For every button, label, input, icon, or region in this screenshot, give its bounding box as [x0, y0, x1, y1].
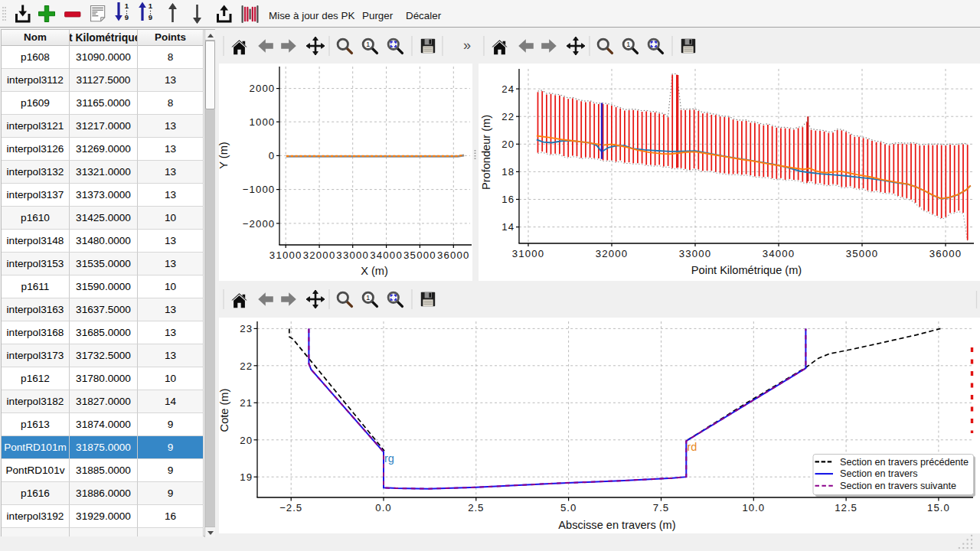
svg-text:Section en travers suivante: Section en travers suivante	[840, 481, 956, 491]
svg-text:23: 23	[240, 323, 253, 334]
svg-text:16: 16	[501, 194, 514, 205]
svg-text:34000: 34000	[763, 248, 795, 259]
svg-text:1: 1	[149, 2, 153, 10]
svg-text:»: »	[463, 37, 471, 53]
svg-text:rd: rd	[688, 441, 697, 453]
svg-text:35000: 35000	[846, 248, 879, 259]
svg-text:Profondeur (m): Profondeur (m)	[480, 115, 492, 190]
svg-text:21: 21	[240, 397, 253, 409]
svg-text:1: 1	[125, 2, 129, 10]
svg-text:22: 22	[240, 360, 253, 372]
svg-text:2000: 2000	[250, 83, 276, 94]
svg-text:9: 9	[125, 13, 129, 21]
svg-text:31000: 31000	[512, 248, 545, 259]
svg-text:36000: 36000	[437, 249, 470, 261]
svg-text:2.5: 2.5	[468, 502, 484, 514]
svg-text:33000: 33000	[679, 248, 712, 259]
svg-text:15.0: 15.0	[927, 502, 950, 514]
svg-text:22: 22	[501, 111, 514, 122]
svg-text:33000: 33000	[336, 249, 369, 261]
svg-text:Section en travers précédente: Section en travers précédente	[840, 457, 969, 468]
svg-text:10.0: 10.0	[742, 502, 765, 514]
svg-text:9: 9	[149, 13, 152, 21]
svg-text:Purger: Purger	[362, 10, 394, 21]
svg-text:Y (m): Y (m)	[217, 142, 230, 168]
svg-text:12.5: 12.5	[835, 502, 858, 514]
svg-text:Cote (m): Cote (m)	[218, 389, 230, 432]
svg-text:Abscisse en travers (m): Abscisse en travers (m)	[558, 519, 675, 531]
svg-text:Mise à jour des PK: Mise à jour des PK	[269, 10, 354, 21]
svg-text:Section en travers: Section en travers	[840, 468, 918, 479]
svg-text:−1000: −1000	[243, 184, 276, 195]
svg-text:0: 0	[269, 150, 275, 161]
svg-text:20: 20	[240, 435, 253, 446]
svg-text:35000: 35000	[403, 249, 436, 261]
svg-text:19: 19	[240, 471, 253, 483]
svg-text:−2.5: −2.5	[279, 502, 302, 514]
svg-text:Point Kilométrique (m): Point Kilométrique (m)	[691, 264, 802, 276]
svg-text:rg: rg	[384, 452, 394, 465]
svg-text:24: 24	[501, 83, 514, 95]
svg-text:34000: 34000	[370, 249, 403, 261]
svg-text:1000: 1000	[250, 116, 276, 128]
svg-text:14: 14	[501, 221, 514, 233]
svg-text:18: 18	[501, 166, 514, 178]
svg-text:32000: 32000	[596, 248, 629, 259]
svg-text:−2000: −2000	[243, 218, 276, 230]
svg-text:5.0: 5.0	[560, 502, 577, 514]
svg-text:Décaler: Décaler	[406, 10, 442, 21]
svg-text:7.5: 7.5	[653, 502, 669, 514]
svg-text:31000: 31000	[270, 249, 302, 261]
svg-text:32000: 32000	[303, 249, 336, 261]
svg-text:X (m): X (m)	[361, 265, 388, 277]
svg-text:0.0: 0.0	[375, 502, 391, 514]
svg-text:20: 20	[501, 139, 514, 150]
svg-text:36000: 36000	[929, 248, 962, 259]
